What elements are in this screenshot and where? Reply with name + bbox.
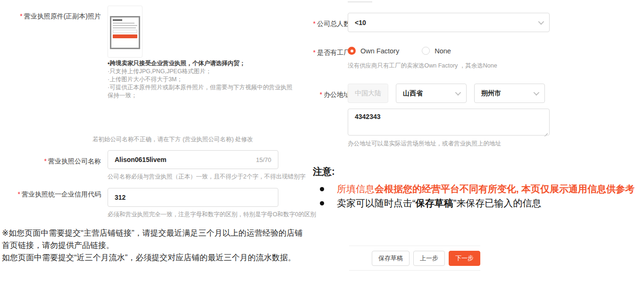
bullet-dot-icon — [320, 201, 324, 205]
city-select[interactable]: 朔州市 — [474, 84, 545, 103]
notice-bullet-2: 卖家可以随时点击“保存草稿”来保存已输入的信息 — [313, 196, 644, 210]
previous-step-button[interactable]: 上一步 — [413, 251, 445, 266]
notice-section: 注意: 所填信息会根据您的经营平台不同有所变化, 本页仅展示通用信息供参考 卖家… — [313, 165, 644, 210]
radio-own-factory-label[interactable]: Own Factory — [360, 47, 399, 55]
radio-own-factory-icon[interactable] — [348, 47, 356, 55]
credit-code-help: 必须和营业执照完全一致，注意字母和数字的区别，特别是字母O和数字0的区别 — [108, 211, 316, 219]
company-size-select[interactable]: <10 — [348, 13, 550, 32]
chevron-down-icon — [538, 19, 544, 25]
notice2-prefix: 卖家可以随时点击“ — [337, 198, 416, 208]
company-name-label: *营业执照公司名称 — [17, 156, 101, 166]
office-address-help: 办公地址可以是实际运营场所地址，或者营业执照上的地址 — [348, 140, 501, 148]
save-draft-button[interactable]: 保存草稿 — [372, 251, 410, 266]
company-name-help: 公司名称必须与营业执照（正本）一致，且不得少于2个字，不得出现错别字 — [108, 173, 305, 181]
required-marker: * — [20, 12, 22, 20]
char-counter: 15/70 — [256, 156, 271, 163]
next-step-button[interactable]: 下一步 — [449, 251, 480, 266]
notice1-normal: 所填信息 — [337, 184, 375, 194]
notice-title: 注意: — [313, 165, 644, 178]
upload-requirements: •跨境卖家只接受企业营业执照，个体户请选择内贸； ·只支持上传JPG,PNG,J… — [108, 60, 294, 100]
license-photo-label: *营业执照原件(正副本)照片 — [17, 11, 101, 21]
factory-label: *是否有工厂 — [283, 48, 350, 58]
thumbnail-red-button — [113, 34, 137, 38]
license-upload-thumbnail[interactable] — [108, 6, 142, 58]
company-size-label: *公司总人数 — [283, 19, 350, 29]
footnote-line: ※如您页面中需要提交“主营店铺链接”，请提交最近满足三个月以上的运营经验的店铺首… — [2, 227, 308, 252]
province-select[interactable]: 山西省 — [396, 84, 467, 103]
notice1-bold: 会根据您的经营平台不同有所变化, 本页仅展示通用信息供参考 — [375, 184, 635, 194]
rename-note: 若初始公司名称不正确，请在下方 (营业执照公司名称) 处修改 — [92, 136, 253, 144]
bullet-dot-icon — [320, 187, 324, 191]
factory-help: 没有供应商只有工厂的卖家选Own Factory ，其余选None — [348, 62, 497, 70]
required-marker: * — [313, 49, 316, 56]
action-button-bar: 保存草稿 上一步 下一步 — [349, 246, 480, 271]
notice-bullet-1: 所填信息会根据您的经营平台不同有所变化, 本页仅展示通用信息供参考 — [313, 182, 644, 196]
upload-note-line: ·上传图片大小不得大于3M； — [108, 76, 294, 84]
required-marker: * — [18, 190, 20, 198]
page-footnote: ※如您页面中需要提交“主营店铺链接”，请提交最近满足三个月以上的运营经验的店铺首… — [2, 227, 308, 264]
thumbnail-dialog-preview — [110, 16, 140, 49]
required-marker: * — [320, 91, 322, 98]
radio-none-icon[interactable] — [422, 47, 430, 55]
credit-code-field[interactable] — [108, 188, 278, 207]
notice2-bold: 保存草稿 — [416, 198, 453, 208]
company-size-value: <10 — [355, 19, 366, 26]
footnote-line: 如您页面中需要提交“近三个月流水”，必须提交对应店铺的最近三个月的流水数据。 — [2, 252, 308, 264]
upload-note-line: ·只支持上传JPG,PNG,JPEG格式图片； — [108, 68, 294, 76]
company-name-field[interactable]: 15/70 — [108, 150, 278, 169]
office-address-label: *办公地址 — [283, 90, 350, 100]
credit-code-input[interactable] — [115, 194, 271, 201]
province-value: 山西省 — [403, 89, 423, 98]
required-marker: * — [44, 157, 47, 165]
address-detail-field[interactable]: 4342343 — [348, 109, 550, 136]
region-field-disabled: 中国大陆 — [348, 84, 388, 103]
chevron-down-icon — [534, 90, 540, 96]
credit-code-label: *营业执照统一企业信用代码 — [17, 189, 101, 199]
factory-radio-group: Own Factory None — [348, 47, 451, 55]
city-value: 朔州市 — [481, 89, 501, 98]
crop-artifact-line — [348, 1, 372, 2]
seller-registration-form: *营业执照原件(正副本)照片 •跨境卖家只接受企业营业执照，个体户请选择内贸； … — [0, 0, 644, 281]
upload-note-line: ·可提供正本原件照片或副本原件照片，但需要与下方视频中的营业执照保持一致； — [108, 84, 294, 100]
address-detail-textarea[interactable]: 4342343 — [348, 109, 549, 135]
radio-none-label[interactable]: None — [435, 47, 451, 55]
company-name-input[interactable] — [115, 156, 252, 163]
notice2-suffix: ”来保存已输入的信息 — [453, 198, 542, 208]
chevron-down-icon — [455, 90, 461, 96]
required-marker: * — [313, 20, 316, 27]
upload-note-line: •跨境卖家只接受企业营业执照，个体户请选择内贸； — [108, 60, 294, 68]
